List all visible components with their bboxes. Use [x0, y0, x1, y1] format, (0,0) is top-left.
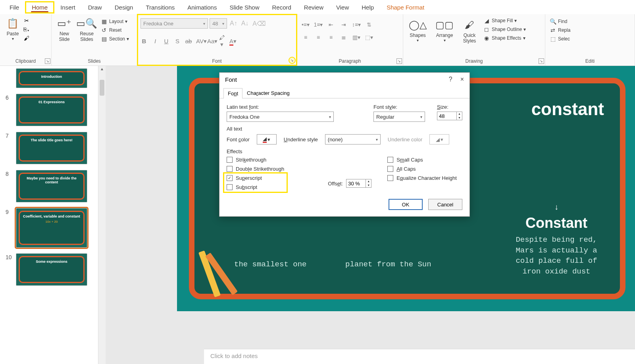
- tab-animations[interactable]: Animations: [181, 2, 223, 13]
- notes-placeholder[interactable]: Click to add notes: [204, 349, 635, 364]
- group-drawing-label: Drawing: [406, 57, 542, 65]
- align-center-icon[interactable]: ≡: [313, 32, 324, 43]
- columns-icon[interactable]: ▥▾: [351, 32, 362, 43]
- line-spacing-icon[interactable]: ↕≡▾: [351, 19, 362, 30]
- dialog-tab-spacing[interactable]: Character Spacing: [242, 88, 294, 98]
- thumb-scrollbar[interactable]: ▲: [98, 66, 106, 364]
- dialog-close-icon[interactable]: ×: [460, 76, 464, 83]
- shape-effects-button[interactable]: ◉Shape Effects ▾: [483, 35, 526, 41]
- find-button[interactable]: 🔍Find: [549, 18, 570, 25]
- select-button[interactable]: ⬚Selec: [549, 36, 570, 42]
- cut-icon[interactable]: ✂: [23, 17, 30, 24]
- tab-transitions[interactable]: Transitions: [139, 2, 181, 13]
- change-case-icon[interactable]: Aa▾: [207, 38, 214, 45]
- shape-fill-button[interactable]: ◢Shape Fill ▾: [483, 17, 526, 24]
- layout-button[interactable]: ▦Layout ▾: [100, 18, 129, 25]
- offset-label: Offset:: [328, 181, 343, 187]
- shape-outline-button[interactable]: ◻Shape Outline ▾: [483, 26, 526, 33]
- align-right-icon[interactable]: ≡: [325, 32, 337, 43]
- thumb-9[interactable]: Coefficient, variable and constant10x + …: [16, 208, 87, 248]
- latin-font-combo[interactable]: Fredoka One▾: [227, 112, 334, 122]
- tab-slideshow[interactable]: Slide Show: [223, 2, 266, 13]
- tab-file[interactable]: File: [3, 2, 25, 13]
- tab-shape-format[interactable]: Shape Format: [380, 2, 431, 13]
- cancel-button[interactable]: Cancel: [428, 199, 462, 210]
- double-strike-checkbox[interactable]: Double Strikethrough: [227, 166, 284, 172]
- dialog-tab-font[interactable]: Font: [223, 88, 242, 98]
- underline-icon[interactable]: U: [163, 38, 170, 44]
- text-direction-icon[interactable]: ⇅: [364, 19, 375, 30]
- tab-review[interactable]: Review: [298, 2, 330, 13]
- reset-button[interactable]: ↺Reset: [100, 27, 129, 33]
- scroll-thumb[interactable]: [100, 80, 104, 96]
- paste-button[interactable]: 📋 Paste ▾: [3, 16, 22, 42]
- italic-icon[interactable]: I: [152, 38, 159, 44]
- tab-design[interactable]: Design: [108, 2, 140, 13]
- tab-view[interactable]: View: [330, 2, 355, 13]
- indent-inc-icon[interactable]: ⇥: [338, 19, 349, 30]
- font-size-combo[interactable]: 48▾: [210, 18, 227, 29]
- copy-icon[interactable]: ⎘▾: [23, 26, 30, 33]
- font-color-label: Font color: [227, 137, 250, 143]
- clear-format-icon[interactable]: A⌫: [251, 20, 267, 27]
- char-spacing-icon[interactable]: AV▾: [196, 38, 203, 45]
- reuse-slides-button[interactable]: ▭🔍 Reuse Slides: [74, 16, 100, 44]
- thumb-8[interactable]: Maybe you need to divide the content: [16, 170, 87, 202]
- ok-button[interactable]: OK: [389, 199, 423, 210]
- highlight-icon[interactable]: 🖍▾: [218, 34, 225, 48]
- strikethrough-checkbox[interactable]: Strikethrough: [227, 157, 284, 163]
- all-caps-checkbox[interactable]: All Caps: [387, 166, 457, 172]
- tab-record[interactable]: Record: [266, 2, 297, 13]
- thumb-10[interactable]: Some expressions: [16, 253, 87, 286]
- thumb-5[interactable]: Introduction: [16, 68, 87, 88]
- thumbnail-panel[interactable]: Introduction 601 Expressions 7The slide …: [0, 66, 98, 364]
- effects-label: Effects: [227, 148, 462, 154]
- shapes-button[interactable]: ◯△Shapes▾: [406, 17, 429, 44]
- replace-button[interactable]: ⇄Repla: [549, 27, 570, 33]
- thumb-6[interactable]: 01 Expressions: [16, 94, 87, 126]
- tab-insert[interactable]: Insert: [54, 2, 82, 13]
- drawing-launcher[interactable]: ↘: [539, 58, 544, 64]
- font-launcher[interactable]: ↘: [289, 57, 296, 64]
- underline-color-button[interactable]: ◢▾: [429, 134, 449, 144]
- paragraph-launcher[interactable]: ↘: [396, 58, 402, 64]
- grow-font-icon[interactable]: A↑: [229, 20, 239, 27]
- indent-dec-icon[interactable]: ⇤: [325, 19, 337, 30]
- bullets-icon[interactable]: •≡▾: [300, 19, 311, 30]
- subscript-checkbox[interactable]: Subscript: [227, 184, 284, 190]
- bold-icon[interactable]: B: [140, 38, 148, 44]
- format-painter-icon[interactable]: 🖌: [23, 35, 30, 41]
- small-caps-checkbox[interactable]: Small Caps: [387, 157, 457, 163]
- dialog-help-icon[interactable]: ?: [449, 76, 452, 83]
- numbering-icon[interactable]: 1≡▾: [313, 19, 324, 30]
- underline-style-combo[interactable]: (none)▾: [325, 134, 381, 144]
- tab-draw[interactable]: Draw: [82, 2, 108, 13]
- strike-icon[interactable]: ab: [185, 38, 192, 44]
- section-button[interactable]: ▤Section ▾: [100, 36, 129, 42]
- tab-home[interactable]: Home: [25, 2, 54, 13]
- arrange-button[interactable]: ▢▢Arrange▾: [433, 17, 456, 44]
- clipboard-launcher[interactable]: ↘: [45, 58, 50, 64]
- font-color-icon[interactable]: A▾: [229, 38, 237, 45]
- fill-icon: ◢: [483, 17, 490, 24]
- new-slide-button[interactable]: ▭⁺ New Slide: [55, 16, 74, 44]
- shrink-font-icon[interactable]: A↓: [240, 20, 250, 27]
- offset-spinner[interactable]: ▲▼: [346, 179, 371, 188]
- scroll-up-icon[interactable]: ▲: [99, 66, 105, 72]
- align-left-icon[interactable]: ≡: [300, 32, 311, 43]
- font-style-combo[interactable]: Regular▾: [373, 112, 425, 122]
- font-name-combo[interactable]: Fredoka One▾: [140, 18, 208, 29]
- smartart-icon[interactable]: ⬚▾: [364, 32, 375, 43]
- select-icon: ⬚: [549, 36, 556, 42]
- tab-help[interactable]: Help: [355, 2, 380, 13]
- equalize-height-checkbox[interactable]: Equalize Character Height: [387, 175, 457, 181]
- clipboard-icon: 📋: [7, 17, 19, 29]
- slide-heading: constant: [531, 99, 604, 119]
- superscript-checkbox[interactable]: Superscript: [227, 175, 284, 181]
- thumb-7[interactable]: The slide title goes here!: [16, 132, 87, 164]
- quick-styles-button[interactable]: 🖌Quick Styles: [460, 17, 479, 45]
- font-color-button[interactable]: ◢▾: [257, 134, 277, 144]
- font-size-spinner[interactable]: ▲▼: [437, 112, 462, 120]
- shadow-icon[interactable]: S: [174, 38, 181, 44]
- justify-icon[interactable]: ≣: [338, 32, 349, 43]
